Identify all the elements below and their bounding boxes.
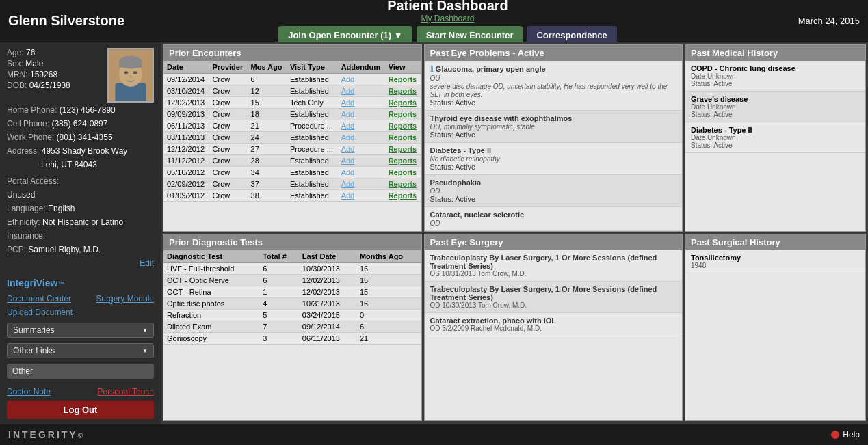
diag-test: Dilated Exam [163, 321, 259, 333]
content-bottom-left: Meds & Allergies Social & Family History [168, 423, 327, 424]
bottom-bar: INTEGRITY© Help [0, 424, 868, 445]
problem-detail1: No diabetic retinopathy [430, 155, 500, 163]
enc-view[interactable]: Reports [385, 132, 421, 144]
enc-view[interactable]: Reports [385, 155, 421, 167]
other-links-label: Other Links [13, 346, 55, 355]
med-title: Grave's disease [691, 95, 860, 103]
join-encounter-button[interactable]: Join Open Encounter (1) ▼ [278, 26, 412, 44]
problem-status: Status: Active [430, 98, 476, 107]
city-row: Lehi, UT 84043 [7, 160, 154, 170]
enc-view[interactable]: Reports [385, 97, 421, 109]
help-dot-icon [831, 431, 839, 439]
enc-view[interactable]: Reports [385, 167, 421, 178]
enc-date: 11/12/2012 [163, 155, 209, 167]
diagnostic-tests-header: Prior Diagnostic Tests [163, 234, 421, 250]
address-row: Address: 4953 Shady Brook Way [7, 146, 154, 156]
problem-detail1: OD [430, 187, 440, 195]
diagnostic-row: Optic disc photos 4 10/31/2013 16 [163, 298, 421, 310]
problem-title: Thyroid eye disease with exophthalmos [430, 114, 573, 122]
enc-date: 06/11/2013 [163, 120, 209, 132]
problem-status: Status: Active [430, 163, 476, 171]
other-links-dropdown[interactable]: Other Links ▼ [7, 343, 154, 358]
enc-add[interactable]: Add [338, 120, 385, 132]
enc-add[interactable]: Add [338, 74, 385, 85]
past-eye-problems-header: Past Eye Problems - Active [425, 45, 683, 61]
patient-info-block: Age: 76 Sex: Male MRN: 159268 DOB: 04/25… [7, 48, 154, 103]
enc-add[interactable]: Add [338, 167, 385, 178]
enc-view[interactable]: Reports [385, 85, 421, 97]
encounter-row: 06/11/2013 Crow 21 Procedure ... Add Rep… [163, 120, 421, 132]
top-bar: Glenn Silverstone Patient Dashboard My D… [0, 0, 868, 42]
vision-summary-link[interactable]: Vision Summary [802, 423, 861, 424]
sex-value: Male [25, 59, 43, 68]
my-dashboard-link[interactable]: My Dashboard [421, 14, 474, 23]
start-encounter-button[interactable]: Start New Encounter [417, 26, 523, 44]
enc-add[interactable]: Add [338, 178, 385, 190]
med-title: COPD - Chronic lung disease [691, 64, 860, 72]
diag-last-date: 06/11/2013 [299, 333, 356, 345]
enc-provider: Crow [209, 190, 248, 202]
correspondence-button[interactable]: Correspondence [527, 26, 616, 44]
enc-view[interactable]: Reports [385, 109, 421, 120]
med-status: Status: Active [691, 141, 860, 149]
diag-last-date: 09/12/2014 [299, 321, 356, 333]
enc-mos-ago: 38 [248, 190, 287, 202]
date-display: March 24, 2015 [750, 16, 860, 26]
surgery-title: Cataract extraction, phaco with IOL [430, 316, 677, 325]
enc-visit-type: Procedure ... [287, 120, 338, 132]
work-phone-label: Work Phone: [7, 133, 54, 142]
help-label[interactable]: Help [843, 430, 860, 440]
problem-detail1: OU, minimally symptomatic, stable [430, 123, 535, 131]
upload-document-link[interactable]: Upload Document [7, 308, 154, 317]
surgery-module-link[interactable]: Surgery Module [96, 294, 154, 304]
enc-view[interactable]: Reports [385, 178, 421, 190]
enc-add[interactable]: Add [338, 97, 385, 109]
portal-access-label: Portal Access: [7, 176, 59, 186]
enc-view[interactable]: Reports [385, 144, 421, 155]
home-phone-row: Home Phone: (123) 456-7890 [7, 105, 154, 115]
enc-mos-ago: 12 [248, 85, 287, 97]
enc-col-mos: Mos Ago [248, 61, 287, 74]
doctor-note-link[interactable]: Doctor Note [7, 387, 51, 396]
problem-detail2: severe disc damage OD, uncertain stabili… [430, 83, 668, 98]
logout-button[interactable]: Log Out [7, 401, 154, 419]
enc-date: 02/09/2012 [163, 178, 209, 190]
surgery-detail: OD 3/2/2009 Rachel Mcdonald, M.D. [430, 325, 677, 332]
enc-add[interactable]: Add [338, 85, 385, 97]
enc-visit-type: Established [287, 85, 338, 97]
social-family-link[interactable]: Social & Family History [242, 423, 326, 424]
enc-add[interactable]: Add [338, 132, 385, 144]
problem-status: Status: Active [430, 195, 476, 203]
tm-label: ™ [57, 280, 64, 288]
enc-provider: Crow [209, 144, 248, 155]
svg-point-8 [129, 75, 132, 79]
prior-encounters-content: Date Provider Mos Ago Visit Type Addendu… [163, 61, 421, 231]
enc-mos-ago: 21 [248, 120, 287, 132]
insurance-label: Insurance: [7, 231, 45, 241]
diag-test: OCT - Optic Nerve [163, 275, 259, 286]
cell-phone-value: (385) 624-0897 [51, 119, 107, 129]
diag-col-total: Total # [259, 250, 299, 263]
document-center-link[interactable]: Document Center [7, 294, 71, 304]
help-indicator: Help [831, 430, 860, 440]
edit-link[interactable]: Edit [140, 258, 154, 268]
enc-view[interactable]: Reports [385, 120, 421, 132]
summaries-dropdown[interactable]: Summaries ▼ [7, 323, 154, 338]
enc-add[interactable]: Add [338, 144, 385, 155]
enc-view[interactable]: Reports [385, 74, 421, 85]
enc-col-view: View [385, 61, 421, 74]
enc-view[interactable]: Reports [385, 190, 421, 202]
enc-date: 09/12/2014 [163, 74, 209, 85]
past-surgical-history-panel: Past Surgical History Tonsillectomy 1948 [685, 234, 866, 421]
diag-months-ago: 16 [356, 263, 421, 275]
enc-col-date: Date [163, 61, 209, 74]
medical-history-item: Diabetes - Type II Date Unknown Status: … [685, 122, 865, 153]
encounters-tbody: 09/12/2014 Crow 6 Established Add Report… [163, 74, 421, 202]
enc-add[interactable]: Add [338, 109, 385, 120]
enc-add[interactable]: Add [338, 190, 385, 202]
enc-add[interactable]: Add [338, 155, 385, 167]
diag-last-date: 03/24/2015 [299, 310, 356, 321]
meds-allergies-link[interactable]: Meds & Allergies [168, 423, 228, 424]
glaucoma-summary-link[interactable]: Glaucoma Summary [713, 423, 787, 424]
personal-touch-link[interactable]: Personal Touch [98, 387, 155, 396]
